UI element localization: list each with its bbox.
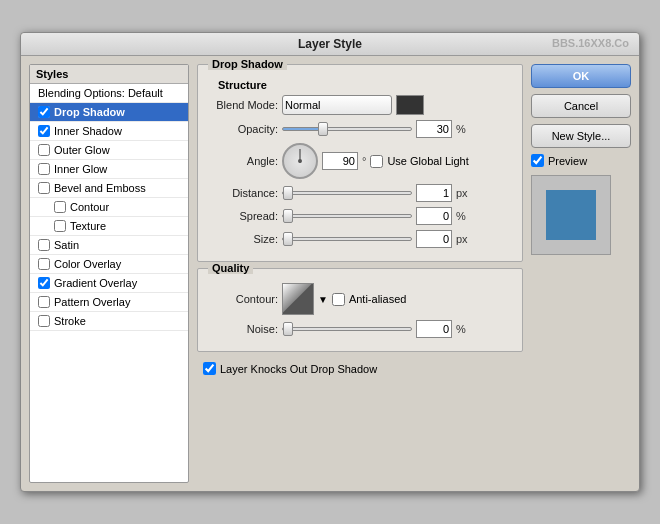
opacity-label: Opacity: <box>208 123 278 135</box>
sidebar-item-stroke[interactable]: Stroke <box>30 312 188 331</box>
sidebar-item-gradient-overlay[interactable]: Gradient Overlay <box>30 274 188 293</box>
contour-label: Contour: <box>208 293 278 305</box>
preview-checkbox[interactable] <box>531 154 544 167</box>
sidebar-item-color-overlay[interactable]: Color Overlay <box>30 255 188 274</box>
noise-slider[interactable] <box>282 327 412 331</box>
size-slider[interactable] <box>282 237 412 241</box>
contour-arrow-icon[interactable]: ▼ <box>318 294 328 305</box>
spread-unit: % <box>456 210 466 222</box>
global-light-row: Use Global Light <box>370 155 468 168</box>
gradient-overlay-checkbox[interactable] <box>38 277 50 289</box>
inner-shadow-checkbox[interactable] <box>38 125 50 137</box>
spread-row: Spread: % <box>208 207 512 225</box>
opacity-unit: % <box>456 123 466 135</box>
size-unit: px <box>456 233 468 245</box>
stroke-checkbox[interactable] <box>38 315 50 327</box>
blend-mode-select[interactable]: Normal Multiply Screen <box>282 95 392 115</box>
title-bar: Layer Style BBS.16XX8.Co <box>21 33 639 56</box>
global-light-label: Use Global Light <box>387 155 468 167</box>
layer-knocks-label: Layer Knocks Out Drop Shadow <box>220 363 377 375</box>
preview-square <box>546 190 596 240</box>
preview-label-row: Preview <box>531 154 631 167</box>
styles-panel-header: Styles <box>30 65 188 84</box>
drop-shadow-section: Drop Shadow Structure Blend Mode: Normal… <box>197 64 523 262</box>
ok-button[interactable]: OK <box>531 64 631 88</box>
texture-checkbox[interactable] <box>54 220 66 232</box>
new-style-button[interactable]: New Style... <box>531 124 631 148</box>
sidebar-item-satin[interactable]: Satin <box>30 236 188 255</box>
angle-label: Angle: <box>208 155 278 167</box>
dialog-title: Layer Style <box>298 37 362 51</box>
size-input[interactable] <box>416 230 452 248</box>
sidebar-item-outer-glow[interactable]: Outer Glow <box>30 141 188 160</box>
color-overlay-checkbox[interactable] <box>38 258 50 270</box>
satin-checkbox[interactable] <box>38 239 50 251</box>
quality-section-title: Quality <box>208 262 253 274</box>
angle-unit: ° <box>362 155 366 167</box>
blend-mode-select-wrapper: Normal Multiply Screen <box>282 95 392 115</box>
noise-unit: % <box>456 323 466 335</box>
size-label: Size: <box>208 233 278 245</box>
quality-section: Quality Contour: ▼ Anti-aliase <box>197 268 523 352</box>
distance-label: Distance: <box>208 187 278 199</box>
opacity-row: Opacity: % <box>208 120 512 138</box>
layer-knocks-checkbox[interactable] <box>203 362 216 375</box>
angle-input[interactable] <box>322 152 358 170</box>
pattern-overlay-checkbox[interactable] <box>38 296 50 308</box>
bevel-emboss-checkbox[interactable] <box>38 182 50 194</box>
global-light-checkbox[interactable] <box>370 155 383 168</box>
spread-label: Spread: <box>208 210 278 222</box>
svg-marker-0 <box>283 284 313 314</box>
noise-label: Noise: <box>208 323 278 335</box>
shadow-color-swatch[interactable] <box>396 95 424 115</box>
sidebar-item-pattern-overlay[interactable]: Pattern Overlay <box>30 293 188 312</box>
sidebar-item-inner-shadow[interactable]: Inner Shadow <box>30 122 188 141</box>
noise-row: Noise: % <box>208 320 512 338</box>
styles-panel: Styles Blending Options: Default Drop Sh… <box>29 64 189 483</box>
spread-input[interactable] <box>416 207 452 225</box>
outer-glow-checkbox[interactable] <box>38 144 50 156</box>
inner-glow-checkbox[interactable] <box>38 163 50 175</box>
center-panel: Drop Shadow Structure Blend Mode: Normal… <box>197 64 523 483</box>
layer-style-dialog: Layer Style BBS.16XX8.Co Styles Blending… <box>20 32 640 492</box>
right-panel: OK Cancel New Style... Preview <box>531 64 631 483</box>
sidebar-item-inner-glow[interactable]: Inner Glow <box>30 160 188 179</box>
distance-input[interactable] <box>416 184 452 202</box>
opacity-slider[interactable] <box>282 127 412 131</box>
layer-knocks-row: Layer Knocks Out Drop Shadow <box>197 358 523 379</box>
size-row: Size: px <box>208 230 512 248</box>
distance-row: Distance: px <box>208 184 512 202</box>
drop-shadow-section-title: Drop Shadow <box>208 58 287 70</box>
contour-checkbox[interactable] <box>54 201 66 213</box>
distance-unit: px <box>456 187 468 199</box>
preview-label: Preview <box>548 155 587 167</box>
noise-input[interactable] <box>416 320 452 338</box>
anti-aliased-label: Anti-aliased <box>349 293 406 305</box>
preview-box <box>531 175 611 255</box>
sidebar-item-texture[interactable]: Texture <box>30 217 188 236</box>
contour-row: Contour: ▼ Anti-aliased <box>208 283 512 315</box>
sidebar-item-bevel-emboss[interactable]: Bevel and Emboss <box>30 179 188 198</box>
structure-title: Structure <box>218 79 512 91</box>
opacity-input[interactable] <box>416 120 452 138</box>
watermark: BBS.16XX8.Co <box>552 37 629 49</box>
spread-slider[interactable] <box>282 214 412 218</box>
angle-row: Angle: ° Use Global Light <box>208 143 512 179</box>
angle-dial[interactable] <box>282 143 318 179</box>
sidebar-item-blending-options[interactable]: Blending Options: Default <box>30 84 188 103</box>
blend-mode-row: Blend Mode: Normal Multiply Screen <box>208 95 512 115</box>
blend-mode-label: Blend Mode: <box>208 99 278 111</box>
anti-aliased-checkbox[interactable] <box>332 293 345 306</box>
distance-slider[interactable] <box>282 191 412 195</box>
cancel-button[interactable]: Cancel <box>531 94 631 118</box>
sidebar-item-drop-shadow[interactable]: Drop Shadow <box>30 103 188 122</box>
sidebar-item-contour[interactable]: Contour <box>30 198 188 217</box>
contour-thumbnail[interactable] <box>282 283 314 315</box>
drop-shadow-checkbox[interactable] <box>38 106 50 118</box>
